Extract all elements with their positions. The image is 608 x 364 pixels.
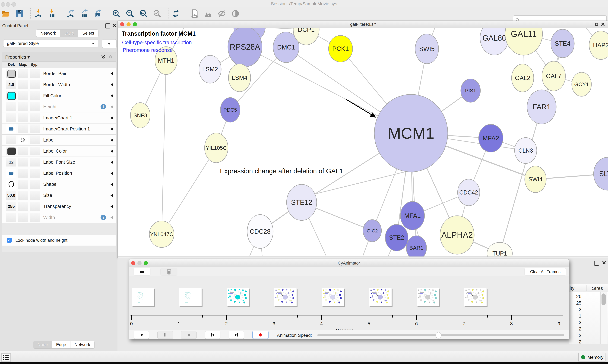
mapping-cell[interactable] [18,147,28,156]
keyframe-thumbnail-7[interactable] [464,288,487,306]
import-network-button[interactable] [33,9,43,18]
refresh-layout-button[interactable] [171,9,181,18]
mapping-cell[interactable] [18,180,28,189]
default-value-swatch[interactable] [7,147,16,155]
network-canvas[interactable]: RPS28ADMC1DCP1PCK1MTH1LSM2LSM4SNF3PDC5YI… [118,28,608,257]
network-node-gal7[interactable]: GAL7 [542,61,566,91]
hide-details-button[interactable] [217,9,227,18]
bypass-cell[interactable] [30,213,40,222]
float-view-icon[interactable] [594,22,599,26]
default-cell[interactable]: 12 [6,158,16,167]
mapping-cell[interactable] [18,202,28,211]
default-value[interactable]: 50.0 [6,191,16,200]
property-row-fill-color[interactable]: Fill Color [2,90,116,101]
zoom-in-button[interactable] [111,9,121,18]
mapping-cell[interactable] [18,135,28,144]
network-node-tup1[interactable]: TUP1 [487,242,512,257]
cyanimator-titlebar[interactable]: CyAnimator [129,259,569,267]
zoom-out-button[interactable] [125,9,135,18]
delete-frame-button[interactable] [161,268,177,275]
info-icon[interactable]: i [100,215,106,220]
bypass-cell[interactable] [30,169,40,178]
property-row-height[interactable]: Heighti [2,101,116,112]
keyframe-thumbnail-0[interactable] [132,288,154,306]
bypass-cell[interactable] [30,69,40,78]
property-row-label-font-size[interactable]: 12Label Font Size [2,157,116,168]
tab-network[interactable]: Network [70,341,94,348]
collapse-triangle-icon[interactable] [111,149,113,153]
collapse-triangle-icon[interactable] [111,127,113,131]
collapse-triangle-icon[interactable] [111,194,113,197]
default-cell[interactable]: 2.0 [6,80,16,89]
property-row-image-chart-position-1[interactable]: Image/Chart Position 1 [2,123,116,135]
network-node-gal80[interactable]: GAL80 [480,28,509,55]
default-cell[interactable] [6,69,16,78]
collapse-triangle-icon[interactable] [111,171,113,175]
collapse-triangle-icon[interactable] [111,94,113,98]
table-cell-value[interactable]: 26 [569,294,581,299]
mapping-cell[interactable] [18,113,28,122]
ellipse-icon[interactable] [6,180,16,189]
bypass-cell[interactable] [30,91,40,100]
network-node-mfa1[interactable]: MFA1 [401,201,425,230]
column-divider[interactable] [586,285,586,291]
mapping-cell[interactable] [18,91,28,100]
zoom-selected-button[interactable] [152,9,162,18]
annotation-link[interactable]: Cell-type-specific transcription [122,39,192,46]
default-cell[interactable] [6,213,16,222]
collapse-triangle-icon[interactable] [111,183,113,186]
float-panel-icon[interactable] [105,23,110,28]
bypass-cell[interactable] [30,113,40,122]
collapse-triangle-icon[interactable] [111,72,113,76]
mapping-cell[interactable] [18,213,28,222]
property-row-shape[interactable]: Shape [2,179,116,190]
property-row-width[interactable]: Widthi [2,212,116,223]
expand-all-icon[interactable] [100,54,106,60]
property-row-transparency[interactable]: 255Transparency [2,201,116,212]
tab-edge[interactable]: Edge [52,341,70,348]
collapse-triangle-icon[interactable] [111,116,113,120]
property-row-label[interactable]: Label [2,135,116,146]
style-selector[interactable]: galFiltered Style [3,39,98,47]
bypass-cell[interactable] [30,180,40,189]
table-cell-value[interactable]: 2 [569,333,581,338]
mapping-cell[interactable] [18,158,28,167]
cyanimator-timeline[interactable]: 0123456789Seconds [129,276,569,330]
collapse-triangle-icon[interactable] [111,105,113,109]
network-node-pdc5[interactable]: PDC5 [221,98,240,122]
import-table-button[interactable] [47,9,57,18]
network-node-gic2[interactable]: GIC2 [363,220,381,242]
default-value-swatch[interactable] [7,92,16,100]
table-cell-value[interactable]: 1 [569,313,581,319]
default-value[interactable]: 2.0 [6,80,16,89]
open-folder-button[interactable] [1,9,11,18]
default-value-swatch[interactable] [7,70,16,78]
network-node-yil105c[interactable]: YIL105C [205,133,228,163]
keyframe-thumbnail-6[interactable] [417,288,439,306]
mapping-cell[interactable] [18,169,28,178]
default-value[interactable]: 255 [6,202,16,211]
network-node-swi4[interactable]: SWI4 [525,166,546,193]
timeline-playhead[interactable] [272,278,272,315]
timeline-axis[interactable] [130,315,563,315]
lock-size-checkbox[interactable]: ✓ [7,238,12,243]
table-scrollbar[interactable] [600,292,607,344]
collapse-triangle-icon[interactable] [111,160,113,164]
network-node-alpha2[interactable]: ALPHA2 [440,216,474,254]
tab-network[interactable]: Network [36,30,60,37]
network-node-ynl047c[interactable]: YNL047C [149,221,174,247]
export-network-button[interactable] [66,9,75,18]
style-options-button[interactable] [102,39,117,48]
network-node-ste12[interactable]: STE12 [287,184,317,221]
network-node-gcy1[interactable]: GCY1 [572,72,591,96]
network-node-pck1[interactable]: PCK1 [329,35,353,62]
network-node-cln3[interactable]: CLN3 [515,138,537,164]
bypass-cell[interactable] [30,191,40,200]
mapping-cell[interactable] [18,80,28,89]
network-node-lsm4[interactable]: LSM4 [228,64,251,92]
network-node-rps28a[interactable]: RPS28A [228,28,262,67]
collapse-triangle-icon[interactable] [111,83,113,87]
show-details-button[interactable] [231,9,240,18]
table-cell-value[interactable]: 25 [569,300,581,306]
position-icon[interactable] [6,124,16,133]
